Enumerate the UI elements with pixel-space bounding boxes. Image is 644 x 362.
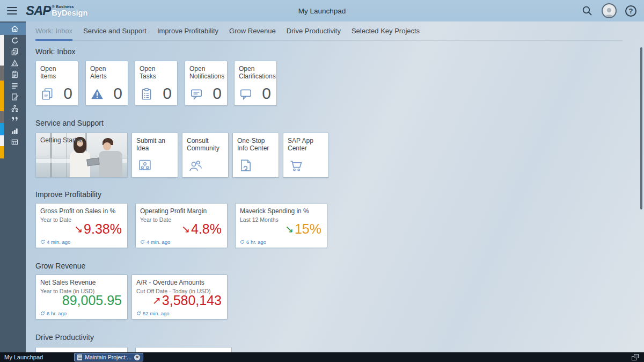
tile-open-clarifications[interactable]: Open Clarifications 0 — [234, 61, 277, 106]
sidebar-item-reports[interactable] — [4, 91, 26, 103]
refresh-time: 4 min. ago — [147, 239, 170, 245]
restore-windows-icon[interactable] — [632, 354, 639, 360]
sidebar-color-rail — [0, 21, 4, 352]
task-clipboard-icon — [140, 87, 153, 101]
tile-open-items[interactable]: Open Items 0 — [35, 61, 78, 106]
kpi-tile-gross-profit[interactable]: Gross Profit on Sales in % Year to Date … — [35, 203, 128, 248]
search-icon[interactable] — [581, 5, 593, 17]
tab-grow-revenue[interactable]: Grow Revenue — [229, 27, 276, 41]
launchpad-tab-bar: Work: Inbox Service and Support Improve … — [35, 27, 623, 41]
tab-improve-profitability[interactable]: Improve Profitability — [157, 27, 218, 41]
taskbar-tab-maintain-project[interactable]: Maintain Project:... × — [74, 353, 143, 361]
kpi-tile-net-sales-revenue[interactable]: Net Sales Revenue Year to Date (in USD) … — [35, 274, 128, 320]
calculator-icon — [11, 138, 19, 146]
sidebar-item-analytics[interactable] — [4, 125, 26, 136]
tile-count: 0 — [262, 86, 271, 101]
tile-title: Getting Started — [40, 136, 84, 144]
sidebar-item-people[interactable] — [4, 103, 26, 114]
tile-sap-app-center[interactable]: SAP App Center — [283, 133, 329, 178]
tab-service-and-support[interactable]: Service and Support — [83, 27, 147, 41]
kpi-value: ↘ 4.8% — [181, 222, 222, 236]
bar-chart-icon — [11, 127, 19, 135]
kpi-tile-ar-overdue-amounts[interactable]: A/R - Overdue Amounts Cut Off Date - Tod… — [131, 274, 228, 320]
section-heading-work-inbox: Work: Inbox — [35, 47, 75, 56]
refresh-time: 4 min. ago — [47, 239, 70, 245]
tile-title: Consult Community — [182, 133, 228, 152]
refresh-icon — [40, 240, 45, 244]
tile-partial[interactable] — [35, 347, 128, 352]
refresh-time: 6 hr. ago — [246, 239, 266, 245]
notification-bubble-icon — [189, 87, 203, 101]
kpi-number: 15% — [295, 222, 321, 236]
sidebar-item-home[interactable] — [0, 23, 26, 35]
refresh-time: 52 min. ago — [143, 310, 170, 316]
org-people-icon — [11, 104, 19, 112]
tile-title: Open Clarifications — [235, 61, 276, 80]
sidebar-item-hierarchy[interactable] — [4, 57, 26, 69]
trend-up-icon: ↗ — [152, 295, 161, 306]
sidebar-item-worklist[interactable] — [4, 69, 26, 80]
tab-drive-productivity[interactable]: Drive Productivity — [287, 27, 341, 41]
section-heading-service-support: Service and Support — [35, 119, 104, 127]
kpi-value: 89,005.95 — [62, 293, 122, 307]
tile-count: 0 — [163, 86, 172, 101]
tile-count: 0 — [113, 86, 122, 101]
refresh-icon — [240, 240, 245, 244]
tile-open-notifications[interactable]: Open Notifications 0 — [185, 61, 228, 106]
list-icon — [11, 82, 19, 90]
home-icon — [11, 25, 19, 33]
clipboard-icon — [11, 70, 19, 78]
tile-submit-an-idea[interactable]: Submit an Idea — [131, 133, 178, 178]
sidebar-item-calculator[interactable] — [4, 136, 26, 148]
refresh-time: 6 hr. ago — [47, 310, 67, 316]
tile-getting-started[interactable]: Getting Started — [35, 133, 128, 178]
tab-work-inbox[interactable]: Work: Inbox — [35, 27, 72, 41]
refresh-icon — [140, 240, 145, 244]
tile-partial[interactable] — [135, 347, 232, 352]
kpi-value: ↘ 15% — [285, 222, 321, 236]
shopping-cart-icon — [289, 158, 304, 173]
tile-count: 0 — [63, 86, 72, 101]
copy-documents-icon — [40, 87, 54, 101]
pyramid-icon — [11, 59, 19, 67]
sidebar-item-feedback[interactable] — [4, 114, 26, 125]
section-heading-drive-productivity: Drive Productivity — [35, 333, 94, 342]
getting-started-photo: Getting Started — [36, 133, 127, 177]
tile-consult-community[interactable]: Consult Community — [182, 133, 229, 178]
tile-title: SAP App Center — [283, 133, 328, 152]
tile-title: Open Alerts — [86, 61, 128, 80]
document-icon — [77, 354, 82, 360]
info-document-icon — [238, 158, 253, 173]
tile-open-tasks[interactable]: Open Tasks 0 — [135, 61, 178, 106]
kpi-value: ↗ 3,580,143 — [152, 293, 222, 307]
idea-people-frame-icon — [137, 158, 152, 173]
kpi-number: 9.38% — [84, 222, 122, 236]
help-icon[interactable]: ? — [625, 5, 636, 17]
tab-selected-key-projects[interactable]: Selected Key Projects — [352, 27, 420, 41]
sidebar-item-feed[interactable] — [4, 35, 26, 46]
page-title: My Launchpad — [0, 7, 644, 15]
sidebar-item-documents[interactable] — [4, 46, 26, 57]
tile-one-stop-info-center[interactable]: One-Stop Info Center — [232, 133, 279, 178]
quotes-icon — [11, 115, 19, 124]
user-avatar[interactable] — [602, 3, 617, 18]
kpi-number: 89,005.95 — [62, 293, 122, 307]
taskbar-my-launchpad[interactable]: My Launchpad — [0, 352, 48, 362]
tile-refresh-status: 4 min. ago — [140, 239, 170, 245]
tile-title: Operating Profit Margin — [136, 204, 227, 215]
close-icon[interactable]: × — [134, 354, 140, 360]
tile-refresh-status: 6 hr. ago — [240, 239, 266, 245]
community-people-icon — [188, 158, 203, 173]
tile-title: A/R - Overdue Amounts — [132, 275, 227, 286]
kpi-value: ↘ 9.38% — [74, 222, 122, 236]
kpi-tile-maverick-spending[interactable]: Maverick Spending in % Last 12 Months ↘ … — [235, 203, 327, 248]
kpi-tile-operating-profit-margin[interactable]: Operating Profit Margin Year to Date ↘ 4… — [135, 203, 228, 248]
vertical-scrollbar-thumb[interactable] — [640, 47, 642, 209]
sidebar-item-list[interactable] — [4, 80, 26, 91]
refresh-icon — [40, 311, 45, 316]
tile-title: One-Stop Info Center — [233, 133, 279, 152]
tile-title: Open Notifications — [185, 61, 227, 80]
tile-open-alerts[interactable]: Open Alerts 0 — [85, 61, 128, 106]
refresh-icon — [136, 311, 141, 316]
section-heading-improve-profitability: Improve Profitability — [35, 190, 101, 199]
